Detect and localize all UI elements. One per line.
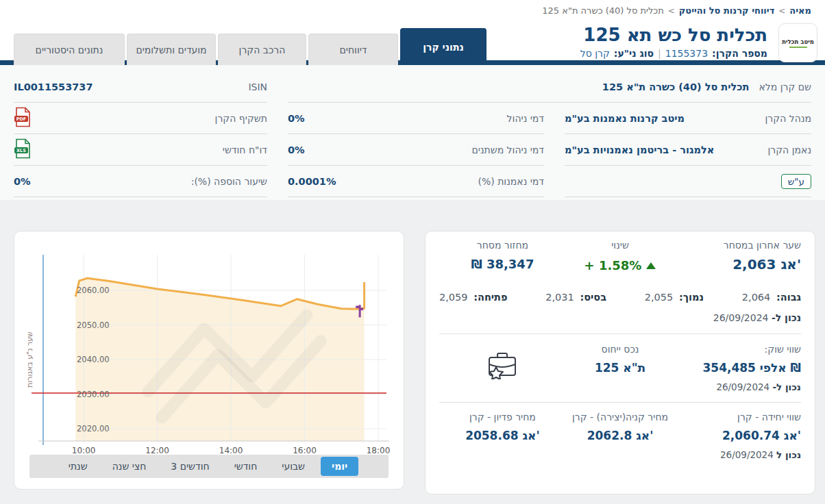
benchmark-label: נכס ייחוס [566, 344, 674, 355]
trustee-fee-row: דמי נאמנות (%) 0.0001% [288, 166, 544, 197]
isin-label: ISIN [248, 81, 267, 92]
full-name-value: תכלית סל (40) כשרה ת"א 125 [602, 81, 750, 92]
full-name-row: שם קרן מלא תכלית סל (40) כשרה ת"א 125 [288, 71, 811, 103]
chart-period-bar: יומי שבועי חודשי 3 חודשים חצי שנה שנתי [29, 455, 389, 478]
breadcrumb-item-maya[interactable]: מאיה [789, 5, 811, 16]
addition-rate-value: 0% [14, 176, 31, 187]
pdf-file-icon[interactable]: PDF [14, 107, 32, 130]
manager-row: מנהל הקרן מיטב קרנות נאמנות בע"מ [565, 103, 811, 134]
meta-divider: | [658, 48, 661, 59]
xls-file-icon[interactable]: XLS [14, 138, 32, 162]
monthly-report-label: דו"ח חודשי [223, 144, 267, 155]
security-type-value: קרן סל [580, 48, 610, 59]
prospectus-label: תשקיף הקרן [215, 113, 267, 124]
svg-text:2020.00: 2020.00 [77, 424, 110, 433]
svg-text:12:00: 12:00 [145, 446, 169, 455]
fund-number-label: מספר הקרן: [712, 48, 767, 59]
change-value: + 1.58% [584, 258, 642, 273]
tab-bar: נתוני קרן דיווחים הרכב הקרן מועדים ותשלו… [14, 28, 487, 65]
isin-row: ISIN IL0011553737 [14, 71, 267, 103]
variable-fee-label: דמי ניהול משתנים [472, 144, 545, 155]
registered-badge-row: ע"ש [565, 166, 811, 197]
tab-fund-data[interactable]: נתוני קרן [400, 28, 487, 65]
low-value: 2,055 [645, 292, 674, 303]
variable-fee-row: דמי ניהול משתנים 0% [288, 134, 544, 166]
breadcrumb-item-current: תכלית סל (40) כשרה ת"א 125 [542, 5, 663, 16]
period-button-weekly[interactable]: שבועי [273, 458, 314, 475]
tab-fund-composition[interactable]: הרכב הקרן [218, 34, 306, 65]
quote-stats-row: גבוה: 2,064 נמוך: 2,055 בסיס: 2,031 פתיח… [439, 292, 801, 303]
change-label: שינוי [566, 240, 674, 251]
period-button-daily[interactable]: יומי [321, 457, 358, 476]
svg-text:10:00: 10:00 [72, 446, 96, 455]
svg-text:16:00: 16:00 [293, 446, 317, 455]
low-stat: נמוך: 2,055 [645, 292, 704, 303]
trustee-fee-label: דמי נאמנות (%) [478, 176, 544, 187]
management-fee-label: דמי ניהול [507, 113, 544, 124]
low-label: נמוך: [679, 292, 704, 303]
variable-fee-value: 0% [288, 144, 305, 155]
trustee-label: נאמן הקרן [767, 144, 811, 155]
fund-header: תכלית סל כש תא 125 מספר הקרן: 1155373 | … [580, 25, 767, 59]
management-fee-row: דמי ניהול 0% [288, 103, 544, 134]
volume-value: 38,347 ₪ [439, 257, 566, 271]
breadcrumb-separator: > [778, 6, 785, 16]
creation-price-label: מחיר קניה(יצירה) - קרן [566, 412, 674, 423]
svg-text:PDF: PDF [16, 116, 27, 122]
trustee-value: אלמגור - בריטמן נאמנויות בע"מ [565, 144, 714, 155]
as-of-label: נכון ל [776, 449, 801, 460]
page-title: תכלית סל כש תא 125 [580, 25, 767, 45]
period-button-monthly[interactable]: חודשי [225, 458, 267, 475]
security-type-label: סוג ני"ע: [614, 48, 654, 59]
logo-text: מיטב תכלית [782, 38, 814, 45]
isin-value: IL0011553737 [14, 81, 93, 92]
fund-number-value: 1155373 [665, 48, 708, 59]
management-fee-value: 0% [288, 113, 305, 124]
trustee-row: נאמן הקרן אלמגור - בריטמן נאמנויות בע"מ [565, 134, 811, 166]
svg-text:2050.00: 2050.00 [77, 320, 110, 330]
meitav-tachlit-logo: מיטב תכלית [778, 23, 817, 62]
period-button-halfyear[interactable]: חצי שנה [103, 458, 156, 475]
market-cap-label: שווי שוק: [674, 344, 801, 355]
registered-badge: ע"ש [781, 174, 811, 189]
redemption-price-label: מחיר פדיון - קרן [439, 412, 566, 423]
up-triangle-icon [646, 262, 656, 269]
quote-as-of: נכון ל- 26/09/2024 [439, 312, 801, 323]
tab-dates-payments[interactable]: מועדים ותשלומים [127, 34, 216, 65]
unit-value: 2,060.74 אג' [674, 429, 801, 442]
full-name-label: שם קרן מלא [759, 81, 811, 92]
fund-details-right-section: שם קרן מלא תכלית סל (40) כשרה ת"א 125 מנ… [288, 71, 811, 197]
as-of-label: נכון ל- [772, 312, 801, 323]
base-value: 2,031 [545, 292, 574, 303]
prospectus-row: תשקיף הקרן PDF [14, 103, 267, 134]
open-value: 2,059 [439, 292, 468, 303]
fund-details-left-section: ISIN IL0011553737 תשקיף הקרן PDF דו"ח חו… [14, 71, 267, 197]
as-of-date: 26/09/2024 [713, 312, 769, 323]
tab-reports[interactable]: דיווחים [308, 34, 398, 65]
svg-text:2060.00: 2060.00 [77, 286, 110, 295]
svg-text:2030.00: 2030.00 [77, 390, 110, 399]
quote-top-section: שער אחרון במסחר 2,063 אג' שינוי + 1.58% … [439, 231, 801, 273]
last-price-value: 2,063 אג' [674, 256, 801, 273]
price-chart-svg: 2060.002050.002040.002030.002020.0010:00… [25, 255, 395, 460]
svg-text:18:00: 18:00 [367, 446, 391, 455]
fund-meta: מספר הקרן: 1155373 | סוג ני"ע: קרן סל [580, 48, 767, 59]
unit-value-as-of: נכון ל 26/09/2024 [674, 449, 801, 460]
quote-market-section: שווי שוק: 354,485 אלפי ₪ נכון ל- 26/09/2… [439, 334, 801, 401]
trustee-fee-value: 0.0001% [288, 176, 336, 187]
portfolio-icon-wrap [439, 344, 566, 382]
manager-label: מנהל הקרן [765, 113, 811, 124]
period-button-yearly[interactable]: שנתי [60, 458, 97, 475]
breadcrumb-item-reports[interactable]: דיווחי קרנות סל והייטק [679, 5, 775, 16]
logo-green-bar [789, 47, 807, 48]
svg-text:XLS: XLS [16, 148, 26, 153]
change-value-row: + 1.58% [566, 258, 674, 273]
as-of-date: 26/09/2024 [716, 381, 769, 392]
tab-historical-data[interactable]: נתונים היסטוריים [14, 34, 125, 65]
breadcrumb-separator: > [668, 6, 675, 16]
breadcrumb: מאיה > דיווחי קרנות סל והייטק > תכלית סל… [542, 5, 811, 16]
high-stat: גבוה: 2,064 [742, 292, 801, 303]
addition-rate-label: שיעור הוספה (%): [191, 176, 267, 187]
addition-rate-row: שיעור הוספה (%): 0% [14, 166, 267, 197]
period-button-3months[interactable]: 3 חודשים [162, 458, 218, 475]
